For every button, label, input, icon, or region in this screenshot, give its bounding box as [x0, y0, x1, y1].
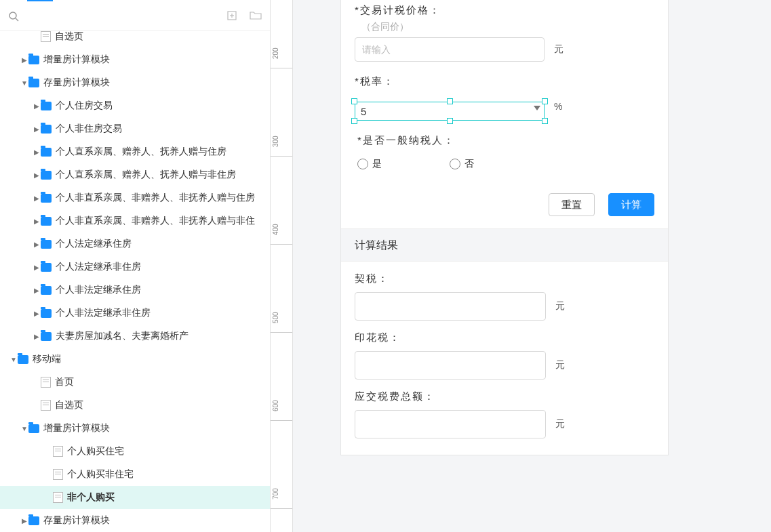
tree-item-label: 首页 — [55, 376, 74, 388]
reset-button[interactable]: 重置 — [549, 193, 595, 216]
tree-item[interactable]: 夫妻房屋加减名、夫妻离婚析产 — [0, 325, 270, 348]
chevron-right-icon[interactable] — [20, 56, 28, 64]
tree-item[interactable]: 个人购买非住宅 — [0, 463, 270, 486]
page-tree[interactable]: 自选页增量房计算模块存量房计算模块个人住房交易个人非住房交易个人直系亲属、赠养人… — [0, 30, 270, 532]
folder-icon — [28, 56, 39, 64]
tree-item[interactable]: 个人购买住宅 — [0, 440, 270, 463]
chevron-right-icon[interactable] — [33, 195, 41, 202]
resize-handle[interactable] — [447, 98, 453, 104]
chevron-right-icon[interactable] — [33, 171, 41, 179]
chevron-right-icon[interactable] — [33, 241, 41, 248]
page-icon — [41, 400, 51, 411]
ruler-tick-label: 200 — [272, 47, 279, 59]
chevron-right-icon[interactable] — [33, 102, 41, 110]
tree-item[interactable]: 非个人购买 — [0, 486, 270, 509]
folder-icon — [41, 125, 52, 134]
tree-item[interactable]: 存量房计算模块 — [0, 509, 270, 532]
rate-select-selected-element[interactable]: 5 — [355, 102, 545, 121]
calc-button[interactable]: 计算 — [608, 193, 654, 216]
tree-item-label: 增量房计算模块 — [43, 54, 110, 66]
tree-item-label: 个人法定继承非住房 — [56, 261, 141, 273]
tree-item[interactable]: 首页 — [0, 371, 270, 394]
add-page-icon[interactable] — [226, 10, 237, 23]
out-stamp-tax-label: 印花税： — [355, 331, 654, 344]
resize-handle[interactable] — [447, 118, 453, 124]
folder-icon — [18, 355, 28, 364]
folder-icon — [41, 171, 52, 180]
price-input[interactable] — [355, 37, 545, 62]
tree-item[interactable]: 移动端 — [0, 348, 270, 371]
radio-yes-label: 是 — [372, 158, 382, 170]
tree-item-label: 个人直系亲属、赠养人、抚养人赠与非住房 — [56, 169, 236, 181]
tree-item[interactable]: 个人非法定继承住房 — [0, 279, 270, 302]
form-panel: *交易计税价格： （合同价） 元 *税率： 5 — [340, 0, 669, 455]
tree-item[interactable]: 个人直系亲属、赠养人、抚养人赠与非住房 — [0, 163, 270, 186]
tree-item-label: 个人非法定继承非住房 — [56, 307, 151, 319]
chevron-right-icon[interactable] — [33, 264, 41, 271]
radio-no-label: 否 — [464, 158, 474, 170]
tree-item[interactable]: 个人直系亲属、赠养人、抚养人赠与住房 — [0, 140, 270, 163]
add-folder-icon[interactable] — [250, 10, 262, 23]
folder-icon — [41, 240, 52, 249]
chevron-down-icon[interactable] — [20, 425, 28, 432]
tree-item[interactable]: 个人非法定继承非住房 — [0, 302, 270, 325]
search-input[interactable] — [19, 8, 226, 24]
out-total-value[interactable] — [355, 410, 546, 438]
chevron-right-icon[interactable] — [33, 125, 41, 133]
tree-item-label: 存量房计算模块 — [43, 77, 110, 89]
tree-item-label: 增量房计算模块 — [43, 422, 110, 434]
resize-handle[interactable] — [351, 118, 357, 124]
rate-label: *税率： — [355, 75, 654, 88]
tree-item[interactable]: 个人法定继承非住房 — [0, 255, 270, 279]
resize-handle[interactable] — [542, 98, 548, 104]
top-tab-strip — [0, 0, 270, 3]
folder-icon — [41, 194, 52, 203]
tree-item[interactable]: 个人非直系亲属、非赠养人、非抚养人赠与住房 — [0, 186, 270, 209]
out-deed-tax-value[interactable] — [355, 292, 546, 321]
folder-icon — [41, 332, 52, 341]
tree-item[interactable]: 增量房计算模块 — [0, 48, 270, 71]
canvas-scroll[interactable]: *交易计税价格： （合同价） 元 *税率： 5 — [293, 0, 771, 532]
out-deed-tax-label: 契税： — [355, 272, 654, 285]
chevron-down-icon[interactable] — [20, 79, 28, 87]
tree-item-label: 存量房计算模块 — [43, 514, 110, 527]
tree-item-label: 个人直系亲属、赠养人、抚养人赠与住房 — [56, 146, 226, 158]
chevron-right-icon[interactable] — [33, 218, 41, 225]
chevron-right-icon[interactable] — [33, 287, 41, 294]
radio-yes[interactable]: 是 — [357, 158, 382, 170]
radio-no[interactable]: 否 — [450, 158, 474, 170]
tree-item[interactable]: 自选页 — [0, 394, 270, 417]
tree-item-label: 自选页 — [55, 30, 83, 43]
search-icon — [8, 11, 19, 22]
tree-item[interactable]: 个人非直系亲属、非赠养人、非抚养人赠与非住 — [0, 209, 270, 232]
ruler-tick-label: 400 — [272, 224, 279, 235]
tree-item[interactable]: 个人住房交易 — [0, 94, 270, 117]
chevron-right-icon[interactable] — [33, 310, 41, 317]
resize-handle[interactable] — [542, 118, 548, 124]
tree-item[interactable]: 增量房计算模块 — [0, 417, 270, 440]
chevron-down-icon[interactable] — [9, 356, 18, 363]
sidebar: 自选页增量房计算模块存量房计算模块个人住房交易个人非住房交易个人直系亲属、赠养人… — [0, 0, 271, 532]
out-unit: 元 — [555, 418, 565, 430]
tree-item[interactable]: 个人非住房交易 — [0, 117, 270, 140]
page-icon — [41, 377, 51, 388]
ruler-tick: 300 — [271, 156, 292, 157]
out-unit: 元 — [555, 300, 565, 312]
resize-handle[interactable] — [351, 98, 357, 104]
radio-icon — [450, 159, 460, 169]
out-stamp-tax-value[interactable] — [355, 351, 546, 380]
chevron-right-icon[interactable] — [33, 148, 41, 156]
tree-item-label: 非个人购买 — [67, 491, 115, 504]
chevron-right-icon[interactable] — [33, 333, 41, 340]
tree-item-label: 个人非直系亲属、非赠养人、非抚养人赠与非住 — [56, 215, 255, 227]
chevron-right-icon[interactable] — [20, 517, 28, 525]
tree-item[interactable]: 存量房计算模块 — [0, 71, 270, 94]
ruler-tick: 400 — [271, 244, 292, 245]
folder-icon — [41, 309, 52, 318]
page-icon — [53, 469, 63, 480]
folder-icon — [41, 148, 52, 157]
vertical-ruler: 200300400500600700 — [271, 0, 293, 532]
tree-item[interactable]: 自选页 — [0, 30, 270, 48]
tree-item[interactable]: 个人法定继承住房 — [0, 232, 270, 255]
tree-item-label: 个人非住房交易 — [56, 123, 122, 135]
